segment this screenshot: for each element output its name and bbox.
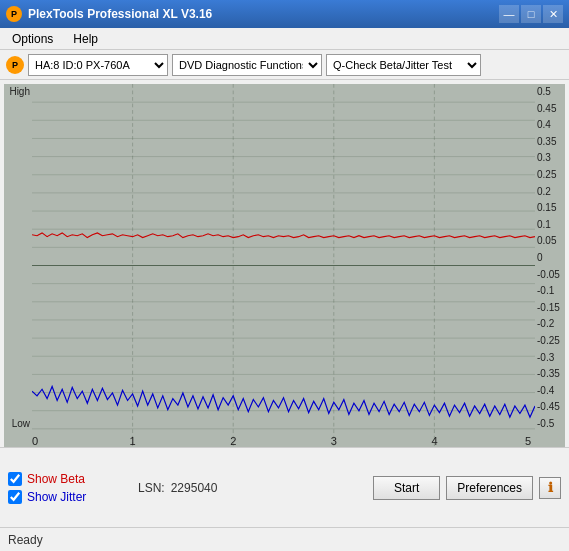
y-right-20: -0.5 — [537, 418, 554, 429]
y-right-0: 0.5 — [537, 86, 551, 97]
svg-text:2: 2 — [230, 436, 236, 447]
close-button[interactable]: ✕ — [543, 5, 563, 23]
lsn-display: LSN: 2295040 — [138, 481, 217, 495]
app-icon: P — [6, 6, 22, 22]
action-buttons: Start Preferences ℹ — [373, 476, 561, 500]
checkbox-group: Show Beta Show Jitter — [8, 472, 118, 504]
bottom-panel: Show Beta Show Jitter LSN: 2295040 Start… — [0, 447, 569, 527]
maximize-button[interactable]: □ — [521, 5, 541, 23]
svg-text:0: 0 — [32, 436, 38, 447]
menu-options[interactable]: Options — [6, 30, 59, 48]
y-axis-left: High Low — [4, 84, 32, 447]
info-icon: ℹ — [548, 480, 553, 495]
y-right-11: -0.05 — [537, 269, 560, 280]
chart-svg: 0 1 2 3 4 5 — [32, 84, 535, 447]
y-right-8: 0.1 — [537, 219, 551, 230]
function-selector[interactable]: DVD Diagnostic Functions — [172, 54, 322, 76]
y-right-7: 0.15 — [537, 202, 556, 213]
chart-container: High Low — [4, 84, 565, 447]
show-beta-checkbox[interactable] — [8, 472, 22, 486]
chart-area: 0 1 2 3 4 5 — [32, 84, 535, 447]
y-right-1: 0.45 — [537, 103, 556, 114]
status-text: Ready — [8, 533, 43, 547]
menu-help[interactable]: Help — [67, 30, 104, 48]
y-right-19: -0.45 — [537, 401, 560, 412]
show-jitter-item: Show Jitter — [8, 490, 118, 504]
title-bar: P PlexTools Professional XL V3.16 — □ ✕ — [0, 0, 569, 28]
test-selector[interactable]: Q-Check Beta/Jitter Test — [326, 54, 481, 76]
svg-text:1: 1 — [130, 436, 136, 447]
y-right-14: -0.2 — [537, 318, 554, 329]
show-beta-label: Show Beta — [27, 472, 85, 486]
lsn-label: LSN: — [138, 481, 165, 495]
y-right-6: 0.2 — [537, 186, 551, 197]
status-bar: Ready — [0, 527, 569, 551]
toolbar: P HA:8 ID:0 PX-760A DVD Diagnostic Funct… — [0, 50, 569, 80]
info-button[interactable]: ℹ — [539, 477, 561, 499]
svg-text:4: 4 — [431, 436, 437, 447]
svg-text:5: 5 — [525, 436, 531, 447]
y-axis-right: 0.5 0.45 0.4 0.35 0.3 0.25 0.2 0.15 0.1 … — [535, 84, 565, 447]
show-jitter-checkbox[interactable] — [8, 490, 22, 504]
preferences-button[interactable]: Preferences — [446, 476, 533, 500]
y-right-18: -0.4 — [537, 385, 554, 396]
svg-text:3: 3 — [331, 436, 337, 447]
y-right-4: 0.3 — [537, 152, 551, 163]
y-right-17: -0.35 — [537, 368, 560, 379]
main-content: High Low — [0, 80, 569, 527]
y-right-5: 0.25 — [537, 169, 556, 180]
y-right-9: 0.05 — [537, 235, 556, 246]
menu-bar: Options Help — [0, 28, 569, 50]
y-right-3: 0.35 — [537, 136, 556, 147]
y-right-2: 0.4 — [537, 119, 551, 130]
y-right-13: -0.15 — [537, 302, 560, 313]
window-title: PlexTools Professional XL V3.16 — [28, 7, 212, 21]
y-right-16: -0.3 — [537, 352, 554, 363]
show-beta-item: Show Beta — [8, 472, 118, 486]
minimize-button[interactable]: — — [499, 5, 519, 23]
y-right-10: 0 — [537, 252, 543, 263]
drive-selector[interactable]: HA:8 ID:0 PX-760A — [28, 54, 168, 76]
window-controls: — □ ✕ — [499, 5, 563, 23]
lsn-value: 2295040 — [171, 481, 218, 495]
start-button[interactable]: Start — [373, 476, 440, 500]
y-label-high: High — [9, 86, 30, 97]
y-right-12: -0.1 — [537, 285, 554, 296]
y-label-low: Low — [12, 418, 30, 429]
drive-icon: P — [6, 56, 24, 74]
show-jitter-label: Show Jitter — [27, 490, 86, 504]
y-right-15: -0.25 — [537, 335, 560, 346]
